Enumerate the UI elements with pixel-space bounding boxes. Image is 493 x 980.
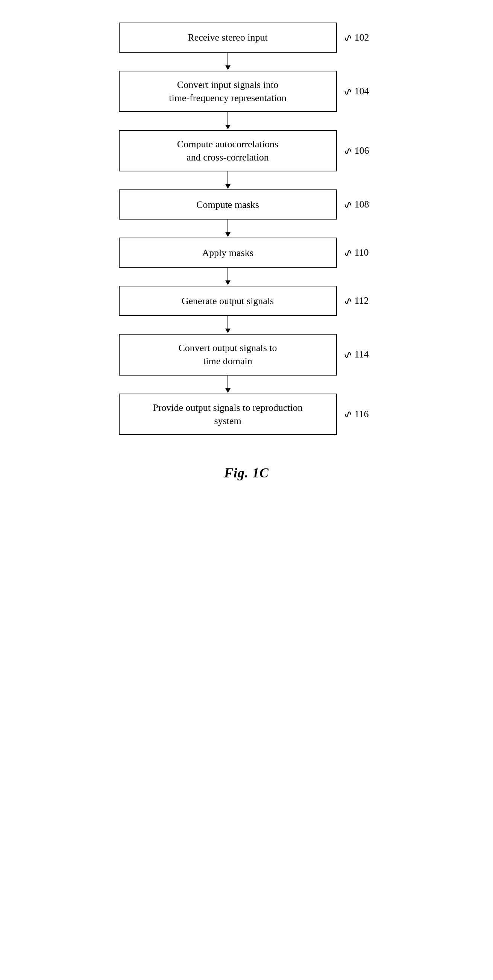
arrow-1: [96, 112, 397, 130]
ref-label-112: ∿112: [344, 295, 369, 307]
flow-row-108: Compute masks∿108: [96, 189, 397, 220]
flow-row-116: Provide output signals to reproductionsy…: [96, 394, 397, 435]
arrow-line: [228, 52, 228, 65]
flow-row-114: Convert output signals totime domain∿114: [96, 334, 397, 375]
arrow-2: [96, 172, 397, 189]
box-114: Convert output signals totime domain: [119, 334, 337, 375]
ref-symbol-icon: ∿: [344, 32, 353, 44]
arrow-6: [96, 375, 397, 394]
ref-symbol-icon: ∿: [344, 295, 353, 307]
arrow-line: [228, 268, 228, 280]
flow-row-104: Convert input signals intotime-frequency…: [96, 71, 397, 112]
arrow-0: [96, 52, 397, 71]
ref-symbol-icon: ∿: [344, 247, 353, 259]
arrow-head: [225, 65, 231, 70]
flow-row-102: Receive stereo input∿102: [96, 22, 397, 52]
figure-label: Fig. 1C: [224, 465, 269, 481]
arrow-line: [228, 220, 228, 232]
arrow-line: [228, 172, 228, 184]
ref-label-106: ∿106: [344, 145, 369, 157]
ref-symbol-icon: ∿: [344, 199, 353, 211]
arrow-head: [225, 184, 231, 189]
flow-row-112: Generate output signals∿112: [96, 286, 397, 316]
arrow-line: [228, 375, 228, 388]
arrow-head: [225, 232, 231, 237]
arrow-head: [225, 388, 231, 393]
box-108: Compute masks: [119, 189, 337, 220]
box-106: Compute autocorrelationsand cross-correl…: [119, 130, 337, 172]
box-104: Convert input signals intotime-frequency…: [119, 71, 337, 112]
ref-number-110: 110: [354, 247, 369, 258]
box-116: Provide output signals to reproductionsy…: [119, 394, 337, 435]
arrow-4: [96, 268, 397, 286]
arrow-head: [225, 329, 231, 333]
ref-symbol-icon: ∿: [344, 145, 353, 157]
ref-number-104: 104: [354, 86, 369, 97]
diagram-container: Receive stereo input∿102Convert input si…: [96, 22, 397, 481]
box-102: Receive stereo input: [119, 22, 337, 52]
arrow-head: [225, 280, 231, 285]
arrow-head: [225, 125, 231, 129]
ref-number-108: 108: [354, 199, 369, 210]
ref-number-114: 114: [354, 349, 369, 360]
ref-label-108: ∿108: [344, 199, 369, 211]
ref-number-116: 116: [354, 409, 369, 420]
box-110: Apply masks: [119, 237, 337, 268]
ref-label-102: ∿102: [344, 32, 369, 44]
arrow-5: [96, 316, 397, 334]
ref-symbol-icon: ∿: [344, 85, 353, 98]
box-112: Generate output signals: [119, 286, 337, 316]
ref-label-116: ∿116: [344, 408, 369, 420]
ref-number-102: 102: [354, 32, 369, 43]
flow-row-110: Apply masks∿110: [96, 237, 397, 268]
arrow-line: [228, 112, 228, 125]
ref-label-104: ∿104: [344, 85, 369, 98]
ref-number-106: 106: [354, 145, 369, 156]
ref-symbol-icon: ∿: [344, 348, 353, 361]
ref-number-112: 112: [354, 295, 369, 306]
arrow-3: [96, 220, 397, 237]
arrow-line: [228, 316, 228, 329]
ref-label-114: ∿114: [344, 348, 369, 361]
ref-label-110: ∿110: [344, 247, 369, 259]
flow-row-106: Compute autocorrelationsand cross-correl…: [96, 130, 397, 172]
ref-symbol-icon: ∿: [344, 408, 353, 420]
